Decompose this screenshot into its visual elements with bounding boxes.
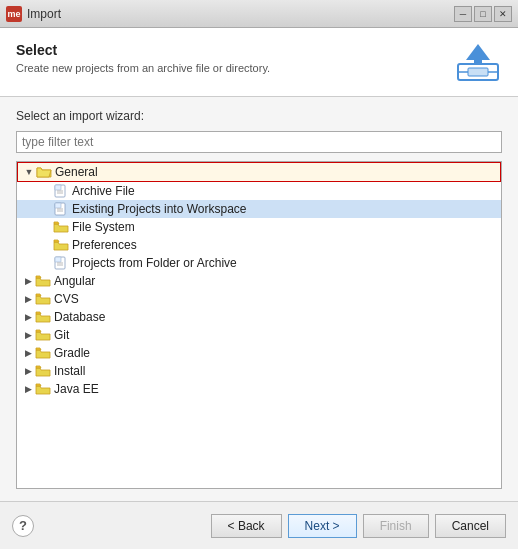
filter-label: Select an import wizard: — [16, 109, 502, 123]
header-icon — [454, 42, 502, 82]
title-bar-left: me Import — [6, 6, 61, 22]
toggle-arrow: ▶ — [21, 364, 35, 378]
folder-closed-icon — [53, 238, 69, 252]
folder-closed-icon — [35, 382, 51, 396]
help-button[interactable]: ? — [12, 515, 34, 537]
folder-open-icon — [36, 165, 52, 179]
app-logo: me — [6, 6, 22, 22]
title-bar-buttons: ─ □ ✕ — [454, 6, 512, 22]
title-bar: me Import ─ □ ✕ — [0, 0, 518, 28]
item-label: Archive File — [72, 184, 135, 198]
next-button[interactable]: Next > — [288, 514, 357, 538]
tree-item-database[interactable]: ▶ Database — [17, 308, 501, 326]
window-title: Import — [27, 7, 61, 21]
folder-closed-icon — [35, 292, 51, 306]
header-text: Select Create new projects from an archi… — [16, 42, 270, 74]
toggle-arrow: ▼ — [22, 165, 36, 179]
toggle-arrow: ▶ — [21, 346, 35, 360]
page-title: Select — [16, 42, 270, 58]
svg-rect-4 — [468, 68, 488, 76]
svg-rect-6 — [55, 185, 61, 190]
folder-closed-icon — [53, 220, 69, 234]
svg-marker-1 — [466, 44, 490, 64]
tree-item-gradle[interactable]: ▶ Gradle — [17, 344, 501, 362]
folder-closed-icon — [35, 364, 51, 378]
filter-input[interactable] — [16, 131, 502, 153]
item-label: Angular — [54, 274, 95, 288]
item-label: Database — [54, 310, 105, 324]
tree-item-projects-folder[interactable]: Projects from Folder or Archive — [17, 254, 501, 272]
item-label: General — [55, 165, 98, 179]
tree-item-preferences[interactable]: Preferences — [17, 236, 501, 254]
toggle-arrow: ▶ — [21, 328, 35, 342]
folder-closed-icon — [35, 328, 51, 342]
svg-rect-14 — [55, 257, 61, 262]
header: Select Create new projects from an archi… — [0, 28, 518, 97]
folder-closed-icon — [35, 346, 51, 360]
svg-rect-10 — [55, 203, 61, 208]
item-label: CVS — [54, 292, 79, 306]
tree-item-existing-projects[interactable]: Existing Projects into Workspace — [17, 200, 501, 218]
item-label: File System — [72, 220, 135, 234]
cancel-button[interactable]: Cancel — [435, 514, 506, 538]
close-button[interactable]: ✕ — [494, 6, 512, 22]
item-label: Preferences — [72, 238, 137, 252]
tree-item-angular[interactable]: ▶ Angular — [17, 272, 501, 290]
main-content: Select Create new projects from an archi… — [0, 28, 518, 549]
tree-item-cvs[interactable]: ▶ CVS — [17, 290, 501, 308]
body: Select an import wizard: ▼ General Archi… — [0, 97, 518, 501]
tree-scroll[interactable]: ▼ General Archive File Existing Projec — [17, 162, 501, 488]
tree-item-file-system[interactable]: File System — [17, 218, 501, 236]
toggle-arrow: ▶ — [21, 310, 35, 324]
tree-item-general[interactable]: ▼ General — [17, 162, 501, 182]
file-icon — [53, 184, 69, 198]
toggle-arrow: ▶ — [21, 382, 35, 396]
item-label: Existing Projects into Workspace — [72, 202, 247, 216]
page-description: Create new projects from an archive file… — [16, 62, 270, 74]
back-button[interactable]: < Back — [211, 514, 282, 538]
toggle-arrow: ▶ — [21, 274, 35, 288]
item-label: Projects from Folder or Archive — [72, 256, 237, 270]
footer-left: ? — [12, 515, 34, 537]
footer: ? < Back Next > Finish Cancel — [0, 501, 518, 549]
finish-button[interactable]: Finish — [363, 514, 429, 538]
toggle-arrow: ▶ — [21, 292, 35, 306]
minimize-button[interactable]: ─ — [454, 6, 472, 22]
item-label: Install — [54, 364, 85, 378]
tree-item-java-ee[interactable]: ▶ Java EE — [17, 380, 501, 398]
file-icon — [53, 256, 69, 270]
maximize-button[interactable]: □ — [474, 6, 492, 22]
folder-closed-icon — [35, 310, 51, 324]
folder-closed-icon — [35, 274, 51, 288]
tree-item-archive-file[interactable]: Archive File — [17, 182, 501, 200]
tree-container: ▼ General Archive File Existing Projec — [16, 161, 502, 489]
tree-item-install[interactable]: ▶ Install — [17, 362, 501, 380]
item-label: Java EE — [54, 382, 99, 396]
footer-buttons: < Back Next > Finish Cancel — [211, 514, 506, 538]
tree-item-git[interactable]: ▶ Git — [17, 326, 501, 344]
item-label: Git — [54, 328, 69, 342]
file-icon — [53, 202, 69, 216]
item-label: Gradle — [54, 346, 90, 360]
